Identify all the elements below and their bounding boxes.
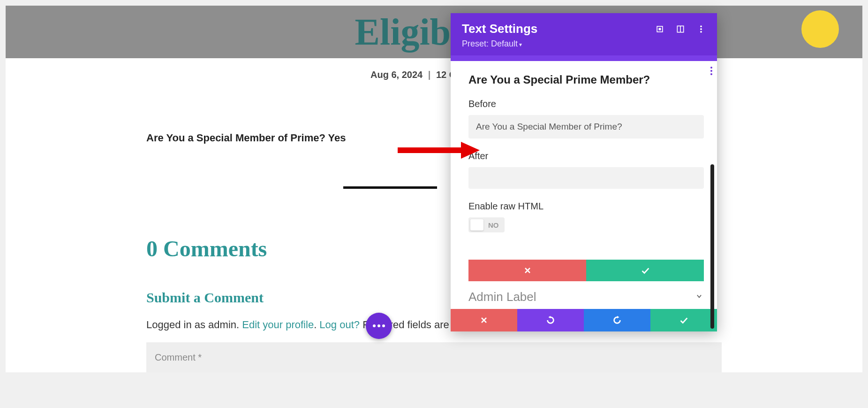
- check-icon: [679, 315, 689, 325]
- undo-icon: [545, 315, 556, 325]
- svg-point-5: [701, 28, 702, 30]
- panel-title: Text Settings: [462, 22, 537, 36]
- after-label: After: [468, 151, 704, 162]
- raw-html-label: Enable raw HTML: [468, 201, 704, 212]
- panel-header: Text Settings Preset: Default: [451, 13, 717, 55]
- footer-save-button[interactable]: [650, 309, 717, 331]
- post-date: Aug 6, 2024: [370, 69, 423, 80]
- panel-side-more-icon[interactable]: [710, 67, 712, 75]
- check-icon: [640, 265, 650, 276]
- inner-cancel-button[interactable]: [468, 260, 586, 281]
- raw-html-toggle[interactable]: NO: [468, 217, 505, 232]
- panel-tabs-strip: [451, 55, 717, 61]
- admin-label-row[interactable]: Admin Label: [451, 281, 717, 309]
- after-input[interactable]: [468, 167, 704, 189]
- meta-separator: |: [428, 69, 431, 80]
- footer-undo-button[interactable]: [517, 309, 584, 331]
- before-input[interactable]: [468, 115, 704, 139]
- text-settings-panel: Text Settings Preset: Default Are You a …: [451, 13, 717, 331]
- panel-section-title: Are You a Special Prime Member?: [468, 73, 704, 86]
- admin-label-text: Admin Label: [468, 290, 536, 304]
- panel-scrollbar[interactable]: [710, 164, 714, 329]
- before-label: Before: [468, 99, 704, 109]
- close-icon: [479, 316, 489, 325]
- content-area: Aug 6, 2024 | 12 Comments Are You a Spec…: [6, 58, 862, 372]
- sun-graphic: [801, 10, 839, 48]
- svg-rect-1: [659, 28, 661, 30]
- panel-inner: Are You a Special Prime Member? Before A…: [468, 61, 704, 251]
- svg-point-6: [701, 31, 702, 32]
- chevron-down-icon: [694, 292, 704, 303]
- inner-confirm-button[interactable]: [586, 260, 704, 281]
- close-icon: [523, 266, 532, 275]
- section-divider: [343, 186, 437, 189]
- page: Eligibility Aug 6, 2024 | 12 Comments Ar…: [6, 6, 862, 372]
- expand-icon[interactable]: [655, 24, 664, 34]
- svg-point-4: [701, 25, 702, 27]
- panel-layout-icon[interactable]: [676, 24, 685, 34]
- panel-body: Are You a Special Prime Member? Before A…: [451, 61, 717, 331]
- comment-textarea[interactable]: Comment *: [146, 342, 722, 372]
- preset-dropdown[interactable]: Preset: Default: [462, 39, 706, 49]
- page-header: Eligibility: [6, 6, 862, 58]
- inner-action-buttons: [468, 260, 704, 281]
- footer-redo-button[interactable]: [584, 309, 650, 331]
- logout-link[interactable]: Log out?: [319, 319, 360, 331]
- panel-footer-buttons: [451, 309, 717, 331]
- redo-icon: [612, 315, 622, 325]
- toggle-state-label: NO: [488, 221, 499, 229]
- logged-prefix: Logged in as admin.: [146, 319, 242, 331]
- comment-placeholder: Comment *: [155, 352, 202, 363]
- footer-cancel-button[interactable]: [451, 309, 517, 331]
- builder-fab[interactable]: [366, 313, 392, 339]
- toggle-knob: [470, 219, 483, 231]
- more-vertical-icon[interactable]: [696, 24, 706, 34]
- edit-profile-link[interactable]: Edit your profile: [242, 319, 314, 331]
